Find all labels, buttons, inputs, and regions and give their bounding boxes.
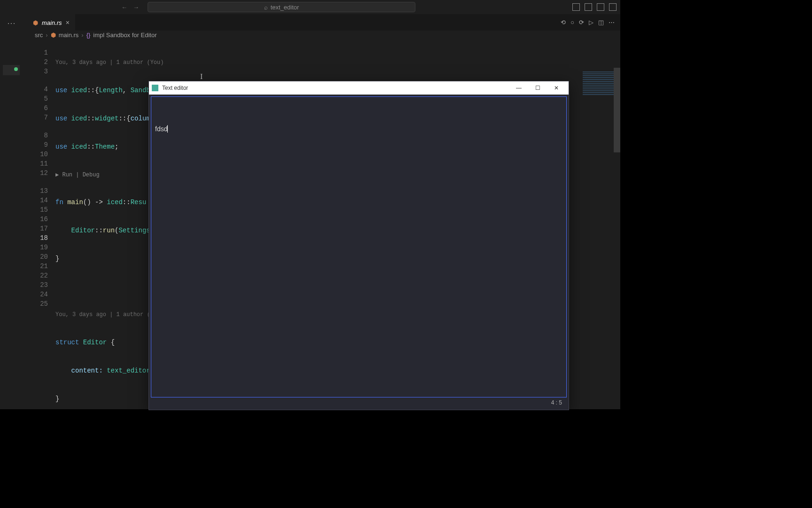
text-editor-app-window: Text editor — ☐ ✕ fdsd 4 : 5 bbox=[148, 81, 569, 410]
line-number: 9 bbox=[27, 140, 48, 150]
line-number: 3 bbox=[27, 67, 48, 76]
line-number: 13 bbox=[27, 186, 48, 196]
modified-indicator-icon bbox=[14, 67, 18, 71]
line-number: 12 bbox=[27, 168, 48, 178]
text-cursor bbox=[167, 125, 168, 133]
line-number: 17 bbox=[27, 224, 48, 233]
chevron-right-icon: › bbox=[46, 32, 47, 39]
minimap[interactable] bbox=[573, 67, 620, 325]
more-actions-icon[interactable]: ⋯ bbox=[609, 19, 615, 26]
line-number: 18 bbox=[27, 233, 48, 243]
rust-file-icon: ⬢ bbox=[51, 32, 56, 39]
line-number: 15 bbox=[27, 205, 48, 214]
close-button[interactable]: ✕ bbox=[547, 81, 566, 95]
nav-arrows: ← → bbox=[121, 4, 139, 11]
line-number: 21 bbox=[27, 262, 48, 271]
line-gutter: 1 2 3 4 5 6 7 8 9 10 11 12 13 14 bbox=[27, 40, 55, 409]
rust-file-icon: ⬢ bbox=[33, 19, 38, 26]
app-body: fdsd 4 : 5 bbox=[149, 95, 569, 410]
layout-grid-icon[interactable] bbox=[609, 3, 617, 11]
symbol-icon: {} bbox=[86, 32, 91, 39]
title-bar: ← → ⌕ text_editor bbox=[0, 0, 620, 14]
search-icon: ⌕ bbox=[264, 4, 268, 11]
editor-scrollbar[interactable] bbox=[614, 68, 620, 326]
minimize-button[interactable]: — bbox=[509, 81, 528, 95]
line-number: 25 bbox=[27, 299, 48, 309]
text-editor-input[interactable]: fdsd bbox=[151, 96, 567, 397]
line-number: 4 bbox=[27, 85, 48, 94]
editor-actions: ⟲ ○ ⟳ ▷ ◫ ⋯ bbox=[561, 19, 620, 26]
window-controls: — ☐ ✕ bbox=[509, 81, 566, 95]
line-number: 7 bbox=[27, 113, 48, 122]
text-cursor-icon: I bbox=[200, 72, 201, 80]
run-icon[interactable]: ▷ bbox=[589, 19, 593, 26]
line-number: 2 bbox=[27, 57, 48, 67]
line-number: 23 bbox=[27, 280, 48, 290]
breadcrumb[interactable]: src › ⬢ main.rs › {} impl Sandbox for Ed… bbox=[27, 31, 620, 40]
breadcrumb-seg[interactable]: main.rs bbox=[59, 32, 79, 39]
tab-bar: ⬢ main.rs × ⟲ ○ ⟳ ▷ ◫ ⋯ bbox=[27, 14, 620, 31]
maximize-button[interactable]: ☐ bbox=[528, 81, 547, 95]
line-number: 14 bbox=[27, 196, 48, 205]
line-number: 20 bbox=[27, 252, 48, 262]
sidebar-stub bbox=[23, 14, 27, 409]
command-center[interactable]: ⌕ text_editor bbox=[148, 2, 415, 12]
line-number: 11 bbox=[27, 159, 48, 168]
more-icon[interactable]: ⋯ bbox=[7, 18, 16, 28]
breadcrumb-seg[interactable]: impl Sandbox for Editor bbox=[93, 32, 156, 39]
panel-left-icon[interactable] bbox=[572, 3, 580, 11]
app-icon bbox=[152, 85, 158, 91]
line-number: 5 bbox=[27, 94, 48, 103]
back-arrow-icon[interactable]: ← bbox=[121, 4, 127, 11]
tab-main-rs[interactable]: ⬢ main.rs × bbox=[27, 14, 75, 31]
forward-arrow-icon[interactable]: → bbox=[133, 4, 139, 11]
layout-controls bbox=[572, 3, 617, 11]
activity-bar: ⋯ bbox=[0, 14, 23, 409]
panel-bottom-icon[interactable] bbox=[585, 3, 592, 11]
line-number: 16 bbox=[27, 214, 48, 224]
app-status-bar: 4 : 5 bbox=[151, 397, 567, 408]
scrollbar-thumb[interactable] bbox=[614, 68, 620, 152]
app-titlebar[interactable]: Text editor — ☐ ✕ bbox=[149, 81, 569, 95]
editor-content: fdsd bbox=[155, 125, 167, 133]
circle-icon[interactable]: ○ bbox=[570, 19, 574, 26]
line-number: 19 bbox=[27, 243, 48, 252]
tab-label: main.rs bbox=[42, 19, 62, 26]
split-icon[interactable]: ◫ bbox=[598, 19, 604, 26]
close-icon[interactable]: × bbox=[66, 19, 70, 26]
search-placeholder: text_editor bbox=[271, 4, 299, 11]
line-number: 22 bbox=[27, 271, 48, 280]
go-forward-icon[interactable]: ⟳ bbox=[579, 19, 584, 26]
line-number: 24 bbox=[27, 290, 48, 299]
breadcrumb-seg[interactable]: src bbox=[35, 32, 43, 39]
chevron-right-icon: › bbox=[81, 32, 83, 39]
app-title: Text editor bbox=[162, 85, 188, 91]
line-number: 8 bbox=[27, 131, 48, 140]
go-back-icon[interactable]: ⟲ bbox=[561, 19, 566, 26]
minimap-content bbox=[583, 71, 616, 95]
panel-right-icon[interactable] bbox=[597, 3, 604, 11]
git-blame: You, 3 days ago | 1 author (You) bbox=[55, 58, 620, 67]
line-number: 10 bbox=[27, 150, 48, 159]
line-number: 6 bbox=[27, 103, 48, 113]
cursor-position: 4 : 5 bbox=[551, 399, 562, 406]
line-number: 1 bbox=[27, 48, 48, 57]
